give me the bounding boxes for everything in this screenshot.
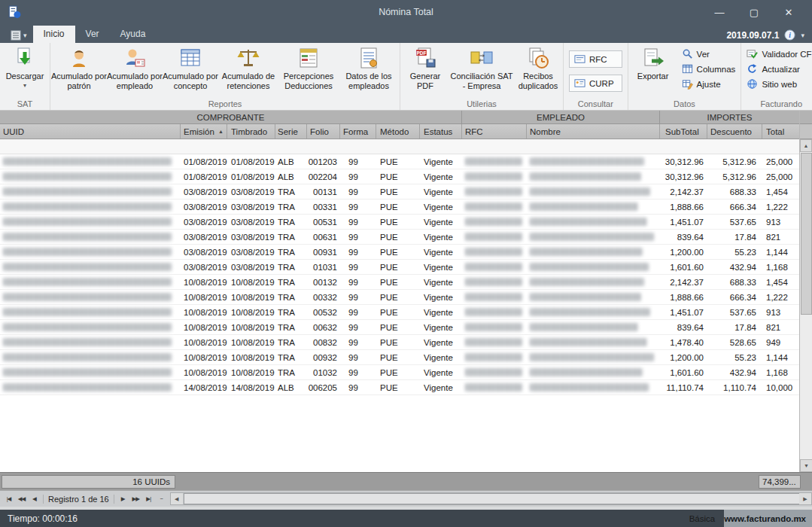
table-row[interactable]: 01/08/201901/08/2019ALB00220499PUEVigent… bbox=[0, 169, 812, 184]
first-record-button[interactable]: |◀ bbox=[3, 493, 14, 504]
prev-record-button[interactable]: ◀ bbox=[29, 493, 40, 504]
table-rows: 01/08/201901/08/2019ALB00120399PUEVigent… bbox=[0, 154, 812, 395]
cell-descuento: 688.33 bbox=[707, 275, 762, 289]
table-row[interactable]: 10/08/201910/08/2019TRA0093299PUEVigente… bbox=[0, 350, 812, 365]
table-row[interactable]: 03/08/201903/08/2019TRA0063199PUEVigente… bbox=[0, 230, 812, 245]
cell-forma: 99 bbox=[340, 245, 376, 259]
application-menu-button[interactable]: ▾ bbox=[11, 30, 27, 41]
info-icon[interactable]: i bbox=[784, 29, 795, 41]
cell-emision: 10/08/2019 bbox=[181, 335, 227, 349]
close-button[interactable]: ✕ bbox=[771, 0, 806, 24]
column-header-nombre[interactable]: Nombre bbox=[527, 124, 660, 139]
last-record-button[interactable]: ▶| bbox=[143, 493, 154, 504]
website-link[interactable]: www.facturando.mx bbox=[724, 514, 806, 523]
maximize-button[interactable]: ▢ bbox=[737, 0, 771, 24]
column-header-total[interactable]: Total bbox=[762, 124, 799, 139]
acumulado-patron-button[interactable]: Acumulado por patrón bbox=[51, 43, 107, 90]
exportar-button[interactable]: Exportar bbox=[629, 43, 677, 81]
column-header-subtotal[interactable]: SubTotal bbox=[660, 124, 707, 139]
next-page-button[interactable]: ▶▶ bbox=[130, 493, 141, 504]
actualizar-button[interactable]: Actualizar bbox=[747, 63, 812, 75]
delete-record-button[interactable]: − bbox=[156, 493, 167, 504]
table-row[interactable]: 10/08/201910/08/2019TRA0033299PUEVigente… bbox=[0, 290, 812, 305]
band-comprobante: COMPROBANTE bbox=[0, 111, 462, 123]
rfc-button[interactable]: RFC bbox=[569, 50, 622, 68]
tab-inicio[interactable]: Inicio bbox=[33, 26, 75, 43]
table-row[interactable]: 03/08/201903/08/2019TRA0033199PUEVigente… bbox=[0, 200, 812, 215]
redacted-rfc bbox=[465, 172, 522, 181]
scroll-left-button[interactable]: ◀ bbox=[171, 493, 183, 504]
band-empleado: EMPLEADO bbox=[462, 111, 660, 123]
acumulado-concepto-button[interactable]: Acumulado por concepto bbox=[163, 43, 218, 90]
horizontal-scrollbar[interactable]: ◀ ▶ bbox=[170, 492, 812, 505]
column-header-emision[interactable]: Emisión▲ bbox=[181, 124, 227, 139]
cell-forma: 99 bbox=[340, 230, 376, 244]
column-header-rfc[interactable]: RFC bbox=[462, 124, 527, 139]
table-row[interactable]: 10/08/201910/08/2019TRA0013299PUEVigente… bbox=[0, 275, 812, 290]
cell-serie: TRA bbox=[275, 215, 307, 229]
datos-empleados-button[interactable]: Datos de los empleados bbox=[339, 43, 399, 90]
table-row[interactable]: 03/08/201903/08/2019TRA0103199PUEVigente… bbox=[0, 260, 812, 275]
cell-emision: 10/08/2019 bbox=[181, 320, 227, 334]
cell-emision: 01/08/2019 bbox=[181, 154, 227, 169]
column-header-timbrado[interactable]: Timbrado bbox=[227, 124, 275, 139]
tab-ayuda[interactable]: Ayuda bbox=[110, 26, 157, 43]
generar-pdf-button[interactable]: PDF Generar PDF bbox=[401, 43, 449, 90]
cell-emision: 10/08/2019 bbox=[181, 275, 227, 289]
table-row[interactable]: 03/08/201903/08/2019TRA0053199PUEVigente… bbox=[0, 215, 812, 230]
scroll-up-button[interactable]: ▲ bbox=[800, 139, 812, 152]
minimize-button[interactable]: — bbox=[702, 0, 737, 24]
table-row[interactable]: 01/08/201901/08/2019ALB00120399PUEVigent… bbox=[0, 154, 812, 169]
cell-metodo: PUE bbox=[376, 290, 420, 304]
column-header-folio[interactable]: Folio bbox=[307, 124, 340, 139]
cell-forma: 99 bbox=[340, 350, 376, 364]
curp-button[interactable]: CURP bbox=[569, 75, 622, 92]
ajuste-button[interactable]: Ajuste bbox=[682, 78, 736, 90]
scroll-right-button[interactable]: ▶ bbox=[799, 493, 811, 504]
vertical-scrollbar[interactable]: ▲ ▼ bbox=[799, 111, 812, 472]
validador-cfdi-button[interactable]: Validador CFDI bbox=[747, 48, 812, 59]
window-title: Nómina Total bbox=[0, 7, 812, 17]
cell-estatus: Vigente bbox=[420, 260, 462, 274]
table-row[interactable]: 03/08/201903/08/2019TRA0093199PUEVigente… bbox=[0, 245, 812, 260]
acumulado-empleado-button[interactable]: Acumulado por empleado bbox=[107, 43, 163, 90]
scroll-down-button[interactable]: ▼ bbox=[800, 459, 812, 472]
column-header-uuid[interactable]: UUID bbox=[0, 124, 181, 139]
cell-serie: TRA bbox=[275, 184, 307, 199]
table-row[interactable]: 03/08/201903/08/2019TRA0013199PUEVigente… bbox=[0, 184, 812, 200]
cell-metodo: PUE bbox=[376, 184, 420, 199]
column-header-estatus[interactable]: Estatus bbox=[420, 124, 462, 139]
descargar-button[interactable]: Descargar ▾ bbox=[1, 43, 49, 89]
redacted-nombre bbox=[530, 218, 647, 226]
cell-rfc bbox=[462, 275, 527, 289]
redacted-uuid bbox=[3, 368, 172, 376]
column-header-metodo[interactable]: Método bbox=[376, 124, 420, 139]
percepciones-deducciones-button[interactable]: Percepciones Deducciones bbox=[278, 43, 339, 90]
column-header-serie[interactable]: Serie bbox=[275, 124, 307, 139]
column-header-descuento[interactable]: Descuento bbox=[707, 124, 762, 139]
vertical-scroll-thumb[interactable] bbox=[801, 153, 812, 315]
table-row[interactable]: 10/08/201910/08/2019TRA0083299PUEVigente… bbox=[0, 335, 812, 350]
cell-subtotal: 1,451.07 bbox=[660, 215, 707, 229]
acumulado-retenciones-button[interactable]: Acumulado de retenciones bbox=[218, 43, 278, 90]
column-header-forma[interactable]: Forma bbox=[340, 124, 376, 139]
redacted-nombre bbox=[530, 157, 644, 166]
conciliacion-sat-empresa-button[interactable]: Conciliación SAT - Empresa bbox=[449, 43, 514, 90]
columnas-button[interactable]: Columnas bbox=[682, 63, 736, 75]
chevron-down-icon[interactable]: ▾ bbox=[801, 32, 804, 39]
prev-page-button[interactable]: ◀◀ bbox=[16, 493, 27, 504]
ver-button[interactable]: Ver bbox=[682, 48, 736, 59]
table-row[interactable]: 10/08/201910/08/2019TRA0063299PUEVigente… bbox=[0, 320, 812, 335]
table-row[interactable]: 10/08/201910/08/2019TRA0053299PUEVigente… bbox=[0, 305, 812, 320]
cell-emision: 14/08/2019 bbox=[181, 380, 227, 394]
table-row[interactable]: 10/08/201910/08/2019TRA0103299PUEVigente… bbox=[0, 365, 812, 380]
horizontal-scroll-thumb[interactable] bbox=[184, 493, 803, 504]
sitio-web-button[interactable]: Sitio web bbox=[747, 78, 812, 90]
curp-card-icon bbox=[574, 78, 585, 89]
tab-ver[interactable]: Ver bbox=[75, 26, 110, 43]
next-record-button[interactable]: ▶ bbox=[117, 493, 129, 504]
recibos-duplicados-button[interactable]: Recibos duplicados bbox=[514, 43, 562, 90]
table-row[interactable]: 14/08/201914/08/2019ALB00620599PUEVigent… bbox=[0, 380, 812, 395]
cell-rfc bbox=[462, 305, 527, 319]
concept-table-icon bbox=[178, 46, 202, 70]
